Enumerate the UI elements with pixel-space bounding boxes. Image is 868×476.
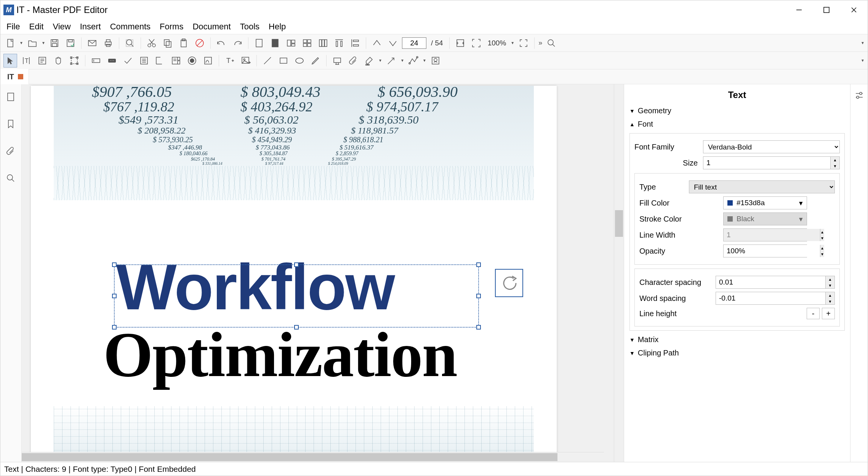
menu-comments[interactable]: Comments [106, 20, 155, 33]
type-select[interactable]: Fill text [689, 180, 835, 193]
polyline-tool-icon[interactable] [407, 54, 420, 68]
find-icon[interactable] [123, 36, 137, 50]
checkbox-icon[interactable] [121, 54, 135, 68]
copy-icon[interactable] [161, 36, 175, 50]
section-matrix[interactable]: ▼Matrix [628, 333, 846, 346]
minimize-button[interactable] [785, 0, 813, 19]
dropdown-icon[interactable]: ▼ [42, 41, 45, 45]
word-spacing-input[interactable]: ▲▼ [716, 292, 835, 305]
section-font[interactable]: ▲Font [628, 117, 846, 131]
menu-document[interactable]: Document [188, 20, 235, 33]
stroke-color-picker[interactable]: Black▾ [723, 212, 807, 225]
attachments-panel-icon[interactable] [6, 146, 16, 158]
selection-box-icon[interactable] [67, 54, 81, 68]
redo-icon[interactable] [231, 36, 244, 50]
rectangle-tool-icon[interactable] [277, 54, 290, 68]
search-panel-icon[interactable] [6, 173, 16, 185]
attachment-icon[interactable] [346, 54, 360, 68]
signature-field-icon[interactable] [153, 54, 167, 68]
distribute-v-icon[interactable] [348, 36, 362, 50]
vertical-scrollbar[interactable] [614, 84, 624, 462]
panel-settings-icon[interactable] [854, 90, 864, 101]
radio-icon[interactable] [185, 54, 199, 68]
search-icon[interactable] [545, 36, 558, 50]
dropdown-icon[interactable]: ▼ [511, 41, 514, 45]
menu-edit[interactable]: Edit [24, 20, 48, 33]
menu-tools[interactable]: Tools [235, 20, 264, 33]
arrow-tool-icon[interactable] [384, 54, 398, 68]
dropdown-icon[interactable]: ▼ [400, 58, 404, 63]
toolbar-menu-icon[interactable]: ▼ [861, 58, 865, 63]
font-family-select[interactable]: Verdana-Bold [703, 140, 840, 153]
ellipse-tool-icon[interactable] [293, 54, 306, 68]
dropdown-icon[interactable]: ▼ [19, 41, 23, 45]
line-height-increase[interactable]: + [822, 308, 835, 319]
fill-color-picker[interactable]: #153d8a▾ [723, 196, 807, 209]
image-tool-icon[interactable] [239, 54, 253, 68]
fit-width-icon[interactable] [453, 36, 467, 50]
opacity-input[interactable]: ▲▼ [723, 244, 807, 257]
save-icon[interactable] [48, 36, 61, 50]
text-optimization[interactable]: Optimization [103, 318, 457, 391]
hand-tool-icon[interactable] [51, 54, 65, 68]
close-button[interactable] [840, 0, 868, 19]
dropdown-icon[interactable]: ▼ [423, 58, 426, 63]
font-size-input[interactable]: ▲▼ [703, 156, 840, 169]
select-tool-icon[interactable] [3, 54, 17, 68]
page-fill-icon[interactable] [268, 36, 282, 50]
pencil-tool-icon[interactable] [309, 54, 322, 68]
save-as-icon[interactable] [64, 36, 77, 50]
combobox-icon[interactable] [169, 54, 183, 68]
overflow-icon[interactable]: » [538, 39, 542, 47]
menu-file[interactable]: File [2, 20, 24, 33]
button-icon[interactable] [105, 54, 119, 68]
line-height-decrease[interactable]: - [807, 308, 820, 319]
sign-icon[interactable] [201, 54, 215, 68]
fit-page-icon[interactable] [469, 36, 483, 50]
pages-panel-icon[interactable] [6, 92, 16, 104]
rotate-handle-icon[interactable] [495, 269, 523, 297]
stamp-tool-icon[interactable] [429, 54, 442, 68]
document-tab[interactable]: IT [0, 69, 29, 84]
fullscreen-icon[interactable] [517, 36, 530, 50]
maximize-button[interactable] [813, 0, 840, 19]
horizontal-scrollbar[interactable] [22, 452, 604, 462]
page-up-icon[interactable] [370, 36, 384, 50]
pdf-page[interactable]: $907 ,766.05 $ 803,049.43 $ 656,093.90 $… [31, 86, 557, 462]
menu-help[interactable]: Help [264, 20, 290, 33]
text-tool-icon[interactable]: T [223, 54, 237, 68]
section-geometry[interactable]: ▼Geometry [628, 104, 846, 117]
page-number-input[interactable] [402, 37, 426, 49]
link-tool-icon[interactable] [330, 54, 344, 68]
tab-close-icon[interactable] [18, 74, 23, 79]
mail-icon[interactable] [85, 36, 99, 50]
layout-columns-icon[interactable] [316, 36, 330, 50]
new-file-icon[interactable] [3, 36, 17, 50]
bookmarks-panel-icon[interactable] [6, 119, 16, 131]
dropdown-icon[interactable]: ▼ [378, 58, 382, 63]
open-folder-icon[interactable] [26, 36, 39, 50]
menu-forms[interactable]: Forms [155, 20, 188, 33]
prohibit-icon[interactable] [193, 36, 207, 50]
print-icon[interactable] [101, 36, 115, 50]
toolbar-menu-icon[interactable]: ▼ [861, 41, 865, 45]
edit-form-icon[interactable] [35, 54, 49, 68]
layout-grid-icon[interactable] [300, 36, 314, 50]
page-outline-icon[interactable] [252, 36, 266, 50]
textfield-icon[interactable] [89, 54, 103, 68]
distribute-h-icon[interactable] [332, 36, 346, 50]
line-tool-icon[interactable] [261, 54, 274, 68]
section-clipping[interactable]: ▼Cliping Path [628, 346, 846, 360]
listbox-icon[interactable] [137, 54, 151, 68]
selection-box[interactable] [114, 264, 479, 328]
layout-split-icon[interactable] [284, 36, 298, 50]
undo-icon[interactable] [215, 36, 228, 50]
text-select-icon[interactable]: T [19, 54, 33, 68]
paste-icon[interactable] [177, 36, 191, 50]
menu-view[interactable]: View [48, 20, 75, 33]
highlight-tool-icon[interactable] [362, 54, 376, 68]
page-down-icon[interactable] [386, 36, 400, 50]
char-spacing-input[interactable]: ▲▼ [716, 276, 835, 289]
menu-insert[interactable]: Insert [75, 20, 106, 33]
cut-icon[interactable] [145, 36, 159, 50]
